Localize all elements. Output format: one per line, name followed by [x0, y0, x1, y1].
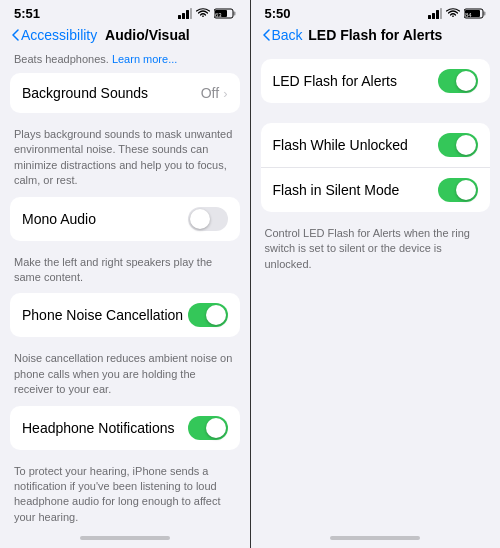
right-chevron-icon: [263, 29, 270, 41]
mono-audio-row: Mono Audio: [10, 197, 240, 241]
phone-noise-toggle-thumb: [206, 305, 226, 325]
learn-more-link[interactable]: Learn more...: [112, 53, 177, 65]
svg-rect-8: [428, 15, 431, 19]
phone-noise-card: Phone Noise Cancellation: [10, 293, 240, 337]
right-scroll: LED Flash for Alerts Flash While Unlocke…: [251, 49, 501, 528]
right-battery-icon: 84: [464, 8, 486, 19]
flash-silent-toggle-thumb: [456, 180, 476, 200]
mono-audio-toggle-thumb: [190, 209, 210, 229]
mono-audio-card: Mono Audio: [10, 197, 240, 241]
mono-description: Make the left and right speakers play th…: [0, 251, 250, 294]
left-home-indicator: [0, 528, 250, 548]
phone-noise-toggle[interactable]: [188, 303, 228, 327]
led-flash-alerts-toggle[interactable]: [438, 69, 478, 93]
left-back-button[interactable]: Accessibility: [12, 27, 97, 43]
left-status-bar: 5:51 63: [0, 0, 250, 23]
phone-noise-description: Noise cancellation reduces ambient noise…: [0, 347, 250, 405]
right-status-bar: 5:50 84: [251, 0, 501, 23]
left-nav-bar: Accessibility Audio/Visual: [0, 23, 250, 49]
left-time: 5:51: [14, 6, 40, 21]
led-flash-alerts-label: LED Flash for Alerts: [273, 73, 439, 89]
left-home-bar: [80, 536, 170, 540]
flash-silent-label: Flash in Silent Mode: [273, 182, 439, 198]
background-sounds-label: Background Sounds: [22, 85, 201, 101]
svg-rect-9: [432, 13, 435, 19]
left-chevron-icon: [12, 29, 19, 41]
led-settings-card: LED Flash for Alerts: [261, 59, 491, 103]
flash-unlocked-label: Flash While Unlocked: [273, 137, 439, 153]
led-flash-alerts-row: LED Flash for Alerts: [261, 59, 491, 103]
background-sounds-card: Background Sounds Off ›: [10, 73, 240, 113]
svg-text:84: 84: [465, 12, 472, 18]
svg-rect-2: [186, 10, 189, 19]
right-signal-icon: [428, 8, 442, 19]
headphone-description: To protect your hearing, iPhone sends a …: [0, 460, 250, 528]
wifi-icon: [196, 8, 210, 19]
right-back-button[interactable]: Back: [263, 27, 303, 43]
headphone-notifications-toggle-thumb: [206, 418, 226, 438]
phone-noise-label: Phone Noise Cancellation: [22, 307, 188, 323]
flash-silent-row: Flash in Silent Mode: [261, 168, 491, 212]
left-back-label: Accessibility: [21, 27, 97, 43]
right-nav-title: LED Flash for Alerts: [303, 27, 448, 43]
headphone-notifications-label: Headphone Notifications: [22, 420, 188, 436]
headphone-notifications-row: Headphone Notifications: [10, 406, 240, 450]
right-wifi-icon: [446, 8, 460, 19]
flash-unlocked-toggle-thumb: [456, 135, 476, 155]
svg-text:63: 63: [215, 12, 222, 18]
svg-rect-3: [190, 8, 192, 19]
right-status-icons: 84: [428, 8, 486, 19]
svg-rect-1: [182, 13, 185, 19]
background-sounds-chevron: ›: [223, 86, 227, 101]
left-status-icons: 63: [178, 8, 236, 19]
left-nav-title: Audio/Visual: [97, 27, 197, 43]
headphone-notifications-card: Headphone Notifications: [10, 406, 240, 450]
svg-rect-0: [178, 15, 181, 19]
flash-silent-toggle[interactable]: [438, 178, 478, 202]
svg-rect-13: [484, 12, 486, 16]
right-description: Control LED Flash for Alerts when the ri…: [251, 222, 501, 280]
svg-rect-11: [440, 8, 442, 19]
mono-audio-toggle[interactable]: [188, 207, 228, 231]
headphone-notifications-toggle[interactable]: [188, 416, 228, 440]
flash-unlocked-toggle[interactable]: [438, 133, 478, 157]
right-home-bar: [330, 536, 420, 540]
right-nav-bar: Back LED Flash for Alerts: [251, 23, 501, 49]
battery-icon: 63: [214, 8, 236, 19]
phone-noise-row: Phone Noise Cancellation: [10, 293, 240, 337]
led-flash-alerts-toggle-thumb: [456, 71, 476, 91]
right-home-indicator: [251, 528, 501, 548]
bg-sounds-description: Plays background sounds to mask unwanted…: [0, 123, 250, 197]
svg-rect-10: [436, 10, 439, 19]
signal-icon: [178, 8, 192, 19]
beats-link-text: Beats headphones. Learn more...: [0, 49, 250, 73]
flash-options-card: Flash While Unlocked Flash in Silent Mod…: [261, 123, 491, 212]
right-back-label: Back: [272, 27, 303, 43]
left-scroll: Beats headphones. Learn more... Backgrou…: [0, 49, 250, 528]
mono-audio-label: Mono Audio: [22, 211, 188, 227]
background-sounds-value: Off: [201, 85, 219, 101]
background-sounds-row[interactable]: Background Sounds Off ›: [10, 73, 240, 113]
svg-rect-5: [233, 12, 235, 16]
flash-unlocked-row: Flash While Unlocked: [261, 123, 491, 168]
right-panel: 5:50 84: [251, 0, 501, 548]
left-panel: 5:51 63: [0, 0, 250, 548]
right-time: 5:50: [265, 6, 291, 21]
